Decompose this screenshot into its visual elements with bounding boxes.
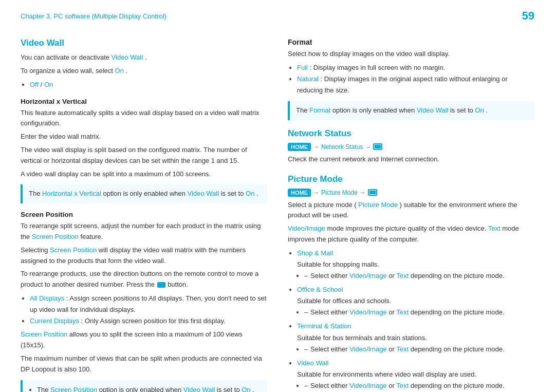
video-wall-link[interactable]: Video Wall (112, 53, 143, 61)
format-title: Format (288, 38, 534, 46)
pm-item-shop-sub: Select either Video/Image or Text depend… (304, 270, 534, 282)
format-bullet-full: Full : Display images in full screen wit… (297, 62, 534, 73)
page-number: 59 (522, 9, 534, 23)
hxv-para2: Enter the video wall matrix. (21, 132, 267, 142)
format-bullets: Full : Display images in full screen wit… (288, 62, 534, 96)
nav-home-badge: HOME (288, 143, 311, 151)
chapter-title: Chapter 3. PC software (Multiple Display… (21, 12, 166, 20)
hxv-para1: This feature automatically splits a vide… (21, 108, 267, 129)
hxv-para4: A video wall display can be split into a… (21, 169, 267, 180)
format-para1: Select how to display images on the vide… (288, 49, 534, 60)
sp-para-max: The maximum number of views that can be … (21, 353, 267, 375)
sp-note-line1: The Screen Position option is only enabl… (37, 384, 261, 392)
hxv-title: Horizontal x Vertical (21, 98, 267, 105)
sp-bullet-all: All Displays : Assign screen positions t… (30, 293, 267, 315)
picture-mode-nav: HOME → Picture Mode → (288, 189, 534, 197)
sp-bullets: All Displays : Assign screen positions t… (21, 293, 267, 327)
video-wall-title: Video Wall (21, 38, 267, 48)
section-video-wall: Video Wall You can activate or deactivat… (21, 38, 267, 90)
hxv-note: The Horizontal x Vertical option is only… (21, 184, 267, 203)
network-status-para: Check the current network and Internet c… (288, 154, 534, 165)
nav-picture-link: Picture Mode (321, 189, 358, 196)
pm-item-videowall: Video Wall Suitable for environments whe… (297, 358, 534, 391)
pm-item-terminal-sub: Select either Video/Image or Text depend… (304, 344, 534, 355)
bullet-off-on: Off / On (30, 79, 267, 90)
pm-para2: Video/Image mode improves the picture qu… (288, 223, 534, 245)
content-area: Video Wall You can activate or deactivat… (0, 28, 555, 392)
right-column: Format Select how to display images on t… (288, 38, 534, 392)
pm-para1: Select a picture mode ( Picture Mode ) s… (288, 200, 534, 221)
section-screen-position: Screen Position To rearrange split scree… (21, 211, 267, 392)
network-status-title: Network Status (288, 128, 534, 139)
video-wall-para1: You can activate or deactivate Video Wal… (21, 52, 267, 63)
nav-arrow-pm-1: → (313, 189, 319, 196)
nav-arrow-2: → (365, 143, 371, 151)
on-link-1: On (115, 67, 124, 74)
format-bullet-natural: Natural : Display images in the original… (297, 73, 534, 96)
left-column: Video Wall You can activate or deactivat… (21, 38, 267, 392)
page-header: Chapter 3. PC software (Multiple Display… (0, 0, 555, 28)
sp-para-split: Screen Position allows you to split the … (21, 329, 267, 351)
section-format: Format Select how to display images on t… (288, 38, 534, 120)
picture-mode-title: Picture Mode (288, 174, 534, 184)
nav-arrow-pm-2: → (360, 189, 366, 196)
nav-screen-icon-pm (368, 189, 377, 196)
nav-screen-icon (373, 143, 382, 150)
nav-network-link: Network Status (321, 143, 363, 151)
pm-item-office: Office & School Suitable for offices and… (297, 284, 534, 318)
nav-home-badge-pm: HOME (288, 189, 311, 197)
remote-icon (157, 282, 165, 288)
sp-para3: To rearrange products, use the direction… (21, 269, 267, 290)
sp-para2: Selecting Screen Position will display t… (21, 245, 267, 267)
pm-item-office-sub: Select either Video/Image or Text depend… (304, 307, 534, 318)
section-picture-mode: Picture Mode HOME → Picture Mode → Selec… (288, 174, 534, 391)
pm-items-list: Shop & Mall Suitable for shopping malls.… (288, 248, 534, 391)
sp-title: Screen Position (21, 211, 267, 218)
pm-item-terminal: Terminal & Station Suitable for bus term… (297, 321, 534, 354)
format-note: The Format option is only enabled when V… (288, 101, 534, 120)
sp-note: The Screen Position option is only enabl… (21, 380, 267, 392)
hxv-para3: The video wall display is split based on… (21, 145, 267, 166)
section-hxv: Horizontal x Vertical This feature autom… (21, 98, 267, 204)
video-wall-para2: To organize a video wall, select On . (21, 66, 267, 77)
network-status-nav: HOME → Network Status → (288, 143, 534, 151)
sp-para1: To rearrange split screens, adjust the n… (21, 221, 267, 242)
sp-bullet-current: Current Displays : Only Assign screen po… (30, 315, 267, 327)
nav-arrow-1: → (313, 143, 319, 151)
pm-item-shop: Shop & Mall Suitable for shopping malls.… (297, 248, 534, 282)
section-network-status: Network Status HOME → Network Status → C… (288, 128, 534, 165)
video-wall-bullets: Off / On (21, 79, 267, 90)
pm-item-videowall-sub: Select either Video/Image or Text depend… (304, 380, 534, 391)
